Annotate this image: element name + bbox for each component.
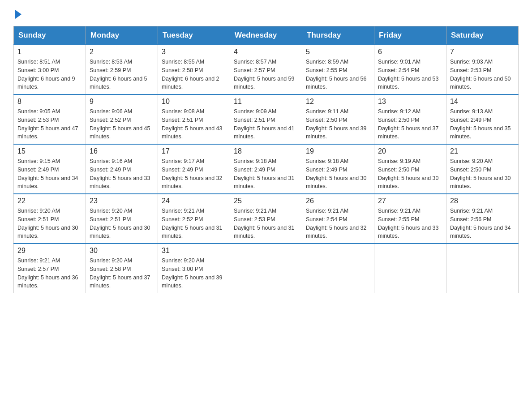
calendar-cell: 15 Sunrise: 9:15 AMSunset: 2:49 PMDaylig… [14, 144, 86, 194]
day-number: 20 [378, 147, 442, 155]
day-info: Sunrise: 8:57 AMSunset: 2:57 PMDaylight:… [234, 58, 298, 91]
day-info: Sunrise: 9:05 AMSunset: 2:53 PMDaylight:… [17, 107, 82, 141]
day-info: Sunrise: 9:21 AMSunset: 2:55 PMDaylight:… [378, 207, 442, 240]
calendar-week-row: 15 Sunrise: 9:15 AMSunset: 2:49 PMDaylig… [14, 144, 519, 194]
day-number: 19 [306, 147, 370, 155]
calendar-cell: 1 Sunrise: 8:51 AMSunset: 3:00 PMDayligh… [14, 45, 86, 94]
calendar-cell: 19 Sunrise: 9:18 AMSunset: 2:49 PMDaylig… [302, 144, 374, 194]
day-info: Sunrise: 9:21 AMSunset: 2:54 PMDaylight:… [306, 207, 370, 240]
calendar-cell [230, 244, 302, 293]
logo [13, 9, 21, 17]
day-number: 17 [162, 147, 226, 155]
calendar-cell: 18 Sunrise: 9:18 AMSunset: 2:49 PMDaylig… [230, 144, 302, 194]
calendar-cell: 26 Sunrise: 9:21 AMSunset: 2:54 PMDaylig… [302, 194, 374, 244]
calendar-cell: 28 Sunrise: 9:21 AMSunset: 2:56 PMDaylig… [446, 194, 519, 244]
day-number: 24 [162, 197, 226, 205]
day-number: 23 [90, 197, 154, 205]
day-info: Sunrise: 8:51 AMSunset: 3:00 PMDaylight:… [17, 58, 82, 91]
day-info: Sunrise: 9:21 AMSunset: 2:56 PMDaylight:… [450, 207, 515, 240]
calendar-week-row: 29 Sunrise: 9:21 AMSunset: 2:57 PMDaylig… [14, 244, 519, 293]
day-info: Sunrise: 9:20 AMSunset: 3:00 PMDaylight:… [162, 257, 226, 290]
calendar-week-row: 1 Sunrise: 8:51 AMSunset: 3:00 PMDayligh… [14, 45, 519, 94]
calendar-cell: 2 Sunrise: 8:53 AMSunset: 2:59 PMDayligh… [86, 45, 158, 94]
calendar-cell: 14 Sunrise: 9:13 AMSunset: 2:49 PMDaylig… [446, 94, 519, 144]
day-info: Sunrise: 9:21 AMSunset: 2:52 PMDaylight:… [162, 207, 226, 240]
day-info: Sunrise: 9:21 AMSunset: 2:57 PMDaylight:… [17, 257, 82, 290]
day-number: 15 [17, 147, 82, 155]
day-info: Sunrise: 9:17 AMSunset: 2:49 PMDaylight:… [162, 157, 226, 191]
day-info: Sunrise: 9:16 AMSunset: 2:49 PMDaylight:… [90, 157, 154, 191]
calendar-cell: 17 Sunrise: 9:17 AMSunset: 2:49 PMDaylig… [158, 144, 230, 194]
day-number: 11 [234, 98, 298, 106]
calendar-cell: 16 Sunrise: 9:16 AMSunset: 2:49 PMDaylig… [86, 144, 158, 194]
day-info: Sunrise: 8:59 AMSunset: 2:55 PMDaylight:… [306, 58, 370, 91]
day-number: 9 [90, 98, 154, 106]
calendar-cell: 23 Sunrise: 9:20 AMSunset: 2:51 PMDaylig… [86, 194, 158, 244]
calendar-cell: 30 Sunrise: 9:20 AMSunset: 2:58 PMDaylig… [86, 244, 158, 293]
calendar-cell: 25 Sunrise: 9:21 AMSunset: 2:53 PMDaylig… [230, 194, 302, 244]
day-info: Sunrise: 9:12 AMSunset: 2:50 PMDaylight:… [378, 107, 442, 141]
day-info: Sunrise: 8:55 AMSunset: 2:58 PMDaylight:… [162, 58, 226, 91]
day-number: 3 [162, 48, 226, 56]
weekday-header-row: SundayMondayTuesdayWednesdayThursdayFrid… [14, 26, 519, 45]
calendar-cell: 9 Sunrise: 9:06 AMSunset: 2:52 PMDayligh… [86, 94, 158, 144]
day-number: 12 [306, 98, 370, 106]
calendar-cell: 3 Sunrise: 8:55 AMSunset: 2:58 PMDayligh… [158, 45, 230, 94]
day-number: 22 [17, 197, 82, 205]
logo-arrow-icon [15, 10, 21, 19]
weekday-header-saturday: Saturday [446, 26, 519, 45]
day-number: 30 [90, 247, 154, 255]
day-info: Sunrise: 9:20 AMSunset: 2:51 PMDaylight:… [17, 207, 82, 240]
calendar-cell [374, 244, 446, 293]
calendar-cell [302, 244, 374, 293]
day-number: 16 [90, 147, 154, 155]
day-info: Sunrise: 9:11 AMSunset: 2:50 PMDaylight:… [306, 107, 370, 141]
day-number: 1 [17, 48, 82, 56]
day-number: 18 [234, 147, 298, 155]
day-info: Sunrise: 9:21 AMSunset: 2:53 PMDaylight:… [234, 207, 298, 240]
day-number: 29 [17, 247, 82, 255]
day-number: 31 [162, 247, 226, 255]
day-info: Sunrise: 9:13 AMSunset: 2:49 PMDaylight:… [450, 107, 515, 141]
weekday-header-friday: Friday [374, 26, 446, 45]
calendar-cell: 8 Sunrise: 9:05 AMSunset: 2:53 PMDayligh… [14, 94, 86, 144]
weekday-header-monday: Monday [86, 26, 158, 45]
calendar-cell: 11 Sunrise: 9:09 AMSunset: 2:51 PMDaylig… [230, 94, 302, 144]
day-number: 10 [162, 98, 226, 106]
day-info: Sunrise: 9:08 AMSunset: 2:51 PMDaylight:… [162, 107, 226, 141]
day-info: Sunrise: 9:06 AMSunset: 2:52 PMDaylight:… [90, 107, 154, 141]
calendar-table: SundayMondayTuesdayWednesdayThursdayFrid… [13, 26, 519, 293]
calendar-week-row: 22 Sunrise: 9:20 AMSunset: 2:51 PMDaylig… [14, 194, 519, 244]
weekday-header-sunday: Sunday [14, 26, 86, 45]
calendar-cell: 13 Sunrise: 9:12 AMSunset: 2:50 PMDaylig… [374, 94, 446, 144]
calendar-cell: 29 Sunrise: 9:21 AMSunset: 2:57 PMDaylig… [14, 244, 86, 293]
day-number: 28 [450, 197, 515, 205]
calendar-cell: 24 Sunrise: 9:21 AMSunset: 2:52 PMDaylig… [158, 194, 230, 244]
day-info: Sunrise: 9:09 AMSunset: 2:51 PMDaylight:… [234, 107, 298, 141]
calendar-cell: 12 Sunrise: 9:11 AMSunset: 2:50 PMDaylig… [302, 94, 374, 144]
day-number: 7 [450, 48, 515, 56]
day-info: Sunrise: 9:15 AMSunset: 2:49 PMDaylight:… [17, 157, 82, 191]
calendar-cell: 6 Sunrise: 9:01 AMSunset: 2:54 PMDayligh… [374, 45, 446, 94]
calendar-cell: 4 Sunrise: 8:57 AMSunset: 2:57 PMDayligh… [230, 45, 302, 94]
calendar-cell: 7 Sunrise: 9:03 AMSunset: 2:53 PMDayligh… [446, 45, 519, 94]
day-info: Sunrise: 9:19 AMSunset: 2:50 PMDaylight:… [378, 157, 442, 191]
day-info: Sunrise: 9:03 AMSunset: 2:53 PMDaylight:… [450, 58, 515, 91]
day-number: 8 [17, 98, 82, 106]
calendar-cell: 20 Sunrise: 9:19 AMSunset: 2:50 PMDaylig… [374, 144, 446, 194]
day-info: Sunrise: 9:18 AMSunset: 2:49 PMDaylight:… [234, 157, 298, 191]
day-number: 21 [450, 147, 515, 155]
weekday-header-thursday: Thursday [302, 26, 374, 45]
calendar-cell [446, 244, 519, 293]
day-info: Sunrise: 9:20 AMSunset: 2:51 PMDaylight:… [90, 207, 154, 240]
day-number: 2 [90, 48, 154, 56]
day-info: Sunrise: 9:20 AMSunset: 2:58 PMDaylight:… [90, 257, 154, 290]
calendar-cell: 10 Sunrise: 9:08 AMSunset: 2:51 PMDaylig… [158, 94, 230, 144]
page-header [13, 9, 519, 17]
day-info: Sunrise: 9:18 AMSunset: 2:49 PMDaylight:… [306, 157, 370, 191]
calendar-week-row: 8 Sunrise: 9:05 AMSunset: 2:53 PMDayligh… [14, 94, 519, 144]
day-number: 4 [234, 48, 298, 56]
weekday-header-wednesday: Wednesday [230, 26, 302, 45]
day-info: Sunrise: 8:53 AMSunset: 2:59 PMDaylight:… [90, 58, 154, 91]
calendar-cell: 5 Sunrise: 8:59 AMSunset: 2:55 PMDayligh… [302, 45, 374, 94]
